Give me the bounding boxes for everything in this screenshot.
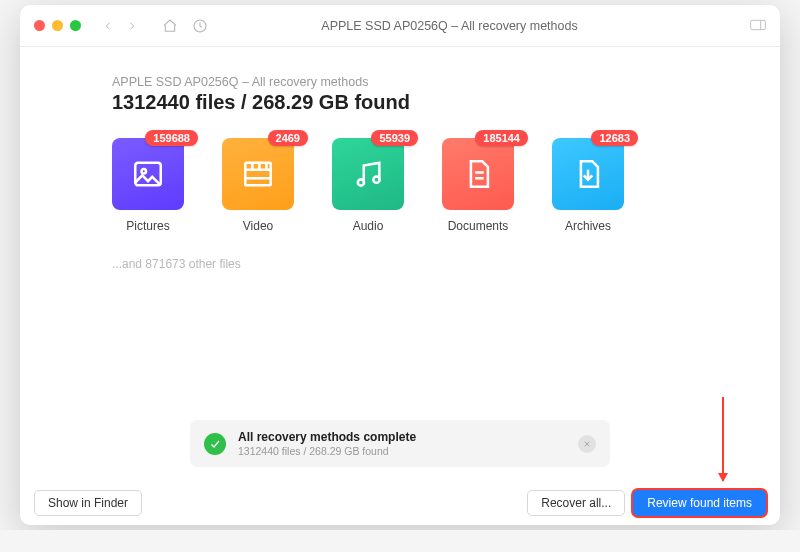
audio-label: Audio: [353, 219, 384, 233]
audio-tile: 55939: [332, 138, 404, 210]
results-headline: 1312440 files / 268.29 GB found: [112, 91, 688, 114]
other-files-text: ...and 871673 other files: [112, 257, 688, 271]
video-label: Video: [243, 219, 273, 233]
documents-tile: 185144: [442, 138, 514, 210]
nav-cluster: [99, 17, 209, 35]
pictures-label: Pictures: [126, 219, 169, 233]
dismiss-status-button[interactable]: [578, 435, 596, 453]
check-icon: [204, 433, 226, 455]
app-window: APPLE SSD AP0256Q – All recovery methods…: [20, 5, 780, 525]
titlebar: APPLE SSD AP0256Q – All recovery methods: [20, 5, 780, 47]
panel-toggle-button[interactable]: [750, 17, 766, 35]
minimize-window-button[interactable]: [52, 20, 63, 31]
archives-count-badge: 12683: [591, 130, 638, 146]
annotation-arrow: [722, 397, 724, 481]
svg-point-4: [141, 169, 146, 174]
recover-all-button[interactable]: Recover all...: [527, 490, 625, 516]
archive-icon: [571, 157, 605, 191]
category-video[interactable]: 2469 Video: [222, 138, 294, 233]
status-panel: All recovery methods complete 1312440 fi…: [190, 420, 610, 467]
documents-label: Documents: [448, 219, 509, 233]
video-tile: 2469: [222, 138, 294, 210]
category-pictures[interactable]: 159688 Pictures: [112, 138, 184, 233]
forward-button[interactable]: [123, 17, 141, 35]
back-button[interactable]: [99, 17, 117, 35]
svg-point-12: [373, 177, 379, 183]
status-subtitle: 1312440 files / 268.29 GB found: [238, 445, 566, 457]
breadcrumb: APPLE SSD AP0256Q – All recovery methods: [112, 75, 688, 89]
archives-label: Archives: [565, 219, 611, 233]
svg-rect-1: [751, 20, 766, 29]
status-title: All recovery methods complete: [238, 430, 566, 444]
audio-count-badge: 55939: [371, 130, 418, 146]
document-icon: [461, 157, 495, 191]
music-icon: [351, 157, 385, 191]
history-button[interactable]: [191, 17, 209, 35]
image-icon: [131, 157, 165, 191]
film-icon: [241, 157, 275, 191]
category-archives[interactable]: 12683 Archives: [552, 138, 624, 233]
pictures-count-badge: 159688: [145, 130, 198, 146]
category-audio[interactable]: 55939 Audio: [332, 138, 404, 233]
zoom-window-button[interactable]: [70, 20, 81, 31]
pictures-tile: 159688: [112, 138, 184, 210]
video-count-badge: 2469: [268, 130, 308, 146]
status-text: All recovery methods complete 1312440 fi…: [238, 430, 566, 457]
close-window-button[interactable]: [34, 20, 45, 31]
review-found-items-button[interactable]: Review found items: [633, 490, 766, 516]
content-area: APPLE SSD AP0256Q – All recovery methods…: [20, 47, 780, 525]
archives-tile: 12683: [552, 138, 624, 210]
category-row: 159688 Pictures 2469 Video 55939 Audio: [112, 138, 688, 233]
window-controls: [34, 20, 81, 31]
window-title: APPLE SSD AP0256Q – All recovery methods: [209, 19, 750, 33]
home-button[interactable]: [161, 17, 179, 35]
footer-bar: Show in Finder Recover all... Review fou…: [20, 481, 780, 525]
show-in-finder-button[interactable]: Show in Finder: [34, 490, 142, 516]
documents-count-badge: 185144: [475, 130, 528, 146]
svg-point-11: [358, 179, 364, 185]
category-documents[interactable]: 185144 Documents: [442, 138, 514, 233]
